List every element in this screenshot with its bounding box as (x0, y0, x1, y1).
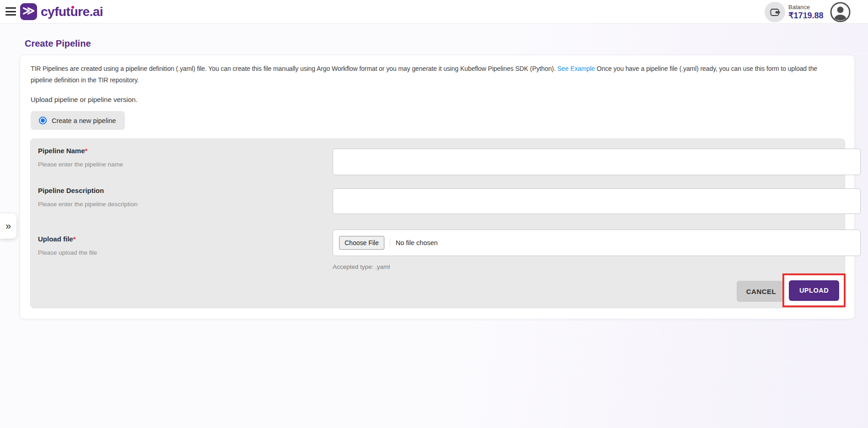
upload-file-hint: Please upload the file (38, 249, 97, 256)
choose-file-button[interactable]: Choose File (339, 236, 384, 250)
wallet-icon (765, 2, 785, 22)
user-avatar-icon[interactable] (830, 2, 851, 22)
intro-paragraph: TIR Pipelines are created using a pipeli… (31, 63, 837, 86)
balance-label: Balance (788, 4, 824, 11)
see-example-link[interactable]: See Example (557, 65, 595, 72)
header-divider (804, 4, 805, 21)
file-input-area[interactable]: Choose File No file chosen (333, 230, 861, 256)
intro-text-before-link: TIR Pipelines are created using a pipeli… (31, 65, 557, 72)
balance-widget[interactable]: Balance ₹1719.88 (765, 2, 824, 22)
required-asterisk: * (85, 147, 88, 155)
double-chevron-right-icon: » (5, 220, 11, 232)
pipeline-form-panel: Pipeline Name* Please enter the pipeline… (30, 139, 845, 308)
create-new-pipeline-radio-option[interactable]: Create a new pipeline (31, 111, 125, 130)
radio-option-label: Create a new pipeline (52, 117, 116, 124)
file-chosen-status: No file chosen (390, 239, 438, 246)
radio-selected-icon[interactable] (39, 117, 47, 124)
brand-logo-icon: ≫ (20, 3, 37, 20)
pipeline-name-label: Pipeline Name* (38, 147, 87, 155)
required-asterisk: * (73, 235, 76, 243)
top-header: ≫ cyfuture.ai Balance ₹1719.88 (0, 0, 868, 24)
pipeline-description-input[interactable] (333, 188, 861, 214)
upload-file-label: Upload file* (38, 235, 76, 243)
upload-subtitle: Upload pipeline or pipeline version. (31, 96, 137, 103)
brand-i-dot (71, 6, 74, 9)
sidebar-expand-toggle[interactable]: » (0, 214, 16, 239)
pipeline-name-hint: Please enter the pipeline name (38, 161, 123, 168)
page-title: Create Pipeline (25, 38, 91, 49)
brand-logo[interactable]: ≫ cyfuture.ai (20, 3, 103, 20)
pipeline-description-label: Pipeline Description (38, 187, 104, 194)
pipeline-name-input[interactable] (333, 149, 861, 175)
create-pipeline-card: TIR Pipelines are created using a pipeli… (20, 55, 855, 319)
accepted-type-note: Accepted type: .yaml (333, 263, 390, 270)
pipeline-description-hint: Please enter the pipeline description (38, 201, 138, 208)
balance-amount: ₹1719.88 (788, 11, 824, 21)
upload-button-highlight-annotation: UPLOAD (782, 273, 846, 307)
hamburger-menu-icon[interactable] (5, 7, 16, 16)
cancel-button[interactable]: CANCEL (737, 281, 786, 302)
upload-button[interactable]: UPLOAD (789, 280, 839, 301)
brand-name: cyfuture.ai (41, 5, 103, 19)
